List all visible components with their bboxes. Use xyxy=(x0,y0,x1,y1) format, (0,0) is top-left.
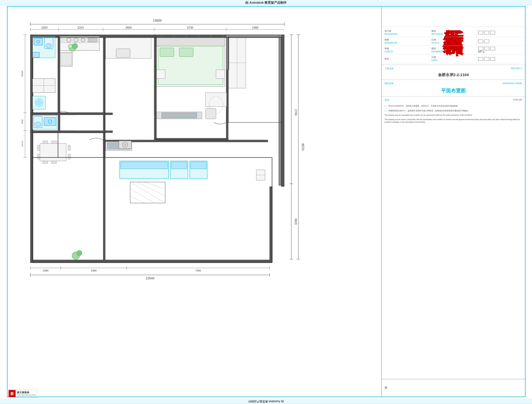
svg-rect-142 xyxy=(51,141,57,143)
svg-rect-68 xyxy=(30,113,76,115)
svg-point-135 xyxy=(77,250,82,256)
svg-rect-137 xyxy=(37,145,40,150)
drawing-name-value: 平面布置图 xyxy=(441,88,466,93)
svg-line-127 xyxy=(137,182,165,196)
revision-label-cn: 修改 xyxy=(431,29,475,33)
svg-rect-109 xyxy=(156,70,165,78)
stamp-area: 章 xyxy=(382,379,525,397)
svg-text:1480: 1480 xyxy=(252,26,258,29)
svg-rect-107 xyxy=(160,48,174,57)
explain-text-2: 二、本图纸所标注的尺寸，如有疑问 请及时与设计师联系，如发现任何错误请及时通知设… xyxy=(385,109,522,112)
svg-rect-69 xyxy=(30,131,76,133)
project-label-cn: 工程名称 xyxy=(385,67,394,70)
svg-rect-78 xyxy=(34,38,43,45)
svg-rect-61 xyxy=(281,35,284,187)
designer-label-cn: 设计家 xyxy=(385,29,429,33)
designer-label-en: DESIGNER xyxy=(385,33,429,35)
scale-label-cn: 比例 xyxy=(431,38,475,41)
info-cell-scale: 比例 SCALE xyxy=(430,37,477,46)
scale-label-en: SCALE xyxy=(431,41,475,44)
svg-rect-96 xyxy=(88,38,97,42)
info-grid: 设计家 DESIGNER 修改 REVISION xyxy=(382,27,525,65)
explain-text-en-2: This drawing is to be read in conjunctio… xyxy=(385,118,522,124)
svg-rect-118 xyxy=(205,108,216,119)
project-name-value: 金桥水岸2-2-1104 xyxy=(385,72,522,78)
date-label-cn: 日期 xyxy=(431,56,475,59)
svg-rect-115 xyxy=(162,113,197,118)
svg-rect-105 xyxy=(156,37,225,46)
project-label-en: PROJECT xyxy=(511,67,522,71)
check-label-cn: 审核 xyxy=(385,47,429,50)
svg-text:1580: 1580 xyxy=(43,269,48,272)
svg-rect-60 xyxy=(30,35,33,263)
drawing-section-label-en: DRAWING NAME xyxy=(503,82,522,85)
svg-rect-139 xyxy=(68,145,71,150)
svg-text:8570: 8570 xyxy=(301,143,305,150)
company-name-section: 新天第装饰 xyxy=(382,7,525,27)
svg-line-128 xyxy=(144,182,165,189)
svg-point-103 xyxy=(68,44,72,48)
drawing-label-en: DRAWING xyxy=(431,50,475,53)
svg-rect-148 xyxy=(226,35,281,38)
svg-rect-98 xyxy=(61,53,71,65)
svg-rect-150 xyxy=(279,35,281,186)
info-cell-drawing: 图纸 DRAWING xyxy=(430,46,477,54)
top-banner: 由 Autodesk 教育版产品制作 xyxy=(0,0,532,5)
drawing-name-section: 图纸名称 DRAWING NAME 平面布置图 xyxy=(382,80,525,97)
svg-rect-144 xyxy=(51,161,57,164)
svg-text:2700: 2700 xyxy=(294,109,297,116)
svg-rect-82 xyxy=(32,52,39,58)
outer-frame: 13600 1550 2310 2650 3730 1480 xyxy=(7,6,526,397)
svg-rect-124 xyxy=(190,162,206,169)
svg-rect-88 xyxy=(35,122,41,127)
project-info-section: 工程名称 PROJECT 金桥水岸2-2-1104 xyxy=(382,65,525,80)
check-box-2 xyxy=(484,47,489,50)
svg-rect-136 xyxy=(40,143,66,161)
logo-area: 新 新天第装饰 XINTIANDI DECORATION xyxy=(7,389,37,398)
svg-text:新: 新 xyxy=(10,392,14,396)
check-box-1 xyxy=(478,47,483,50)
svg-point-186 xyxy=(124,143,126,146)
svg-line-126 xyxy=(130,182,165,203)
date-label-en: DATE xyxy=(431,59,475,62)
svg-rect-81 xyxy=(46,44,52,48)
svg-rect-110 xyxy=(216,70,225,78)
info-cell-check: 审核 CHECK xyxy=(383,46,430,54)
logo-text-cn: 新天第装饰 xyxy=(17,391,36,394)
svg-text:3920: 3920 xyxy=(294,218,297,225)
svg-rect-89 xyxy=(44,117,56,125)
svg-text:3380: 3380 xyxy=(91,269,96,272)
svg-rect-143 xyxy=(43,161,48,164)
drawnby-box-1 xyxy=(478,40,483,43)
drawnby-label-en: DRAWN BY xyxy=(385,41,429,44)
designer-box-2 xyxy=(484,31,489,34)
svg-rect-116 xyxy=(205,93,227,107)
explain-label-en: EXPLAIN xyxy=(513,98,522,101)
info-cell-revision: 修改 REVISION xyxy=(430,28,477,37)
svg-point-102 xyxy=(72,44,78,49)
svg-text:3730: 3730 xyxy=(187,26,193,29)
svg-rect-140 xyxy=(68,154,71,159)
check-box-3 xyxy=(490,47,495,50)
info-row-drawnby: 制图 DRAWN BY 比例 SCALE xyxy=(383,37,524,46)
revision-label-en: REVISION xyxy=(431,33,475,35)
svg-rect-75 xyxy=(103,140,105,263)
info-cell-audit-boxes xyxy=(477,55,524,63)
top-banner-text: 由 Autodesk 教育版产品制作 xyxy=(245,0,287,5)
info-row-designer: 设计家 DESIGNER 修改 REVISION xyxy=(383,28,524,37)
svg-rect-59 xyxy=(30,260,270,263)
drawnby-label-cn: 制图 xyxy=(385,38,429,41)
info-cell-drawnby-boxes xyxy=(477,37,524,46)
drawnby-box-2 xyxy=(484,40,489,43)
svg-rect-120 xyxy=(120,162,168,169)
svg-text:2650: 2650 xyxy=(125,26,132,29)
info-cell-check-boxes: KP-1 xyxy=(477,46,524,54)
info-cell-designer-boxes xyxy=(477,28,524,37)
svg-text:1370: 1370 xyxy=(22,141,24,147)
svg-text:2310: 2310 xyxy=(77,26,84,29)
svg-rect-141 xyxy=(43,141,48,143)
svg-text:13600: 13600 xyxy=(153,19,162,22)
logo-text-en: XINTIANDI DECORATION xyxy=(17,394,36,396)
floor-plan-area: 13600 1550 2310 2650 3730 1480 xyxy=(22,17,389,385)
drawing-label-cn: 图纸 xyxy=(431,47,475,50)
